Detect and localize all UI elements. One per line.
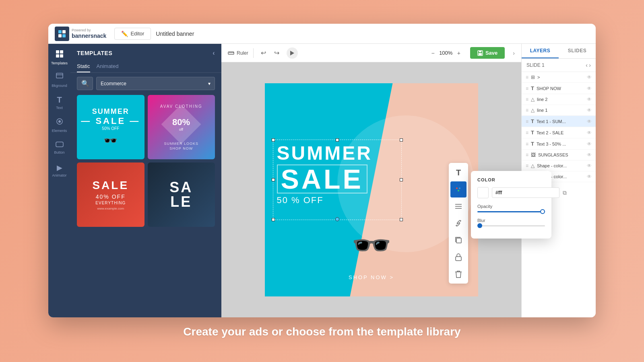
link-tool-button[interactable] — [450, 215, 466, 231]
bannersnack-brand: bannersnack — [72, 33, 106, 39]
eye-icon[interactable]: 👁 — [587, 163, 592, 169]
template-card-4[interactable]: SALE — [148, 162, 215, 227]
lock-tool-button[interactable] — [450, 249, 466, 265]
zoom-in-button[interactable]: + — [457, 50, 460, 56]
save-button[interactable]: Save — [470, 47, 505, 59]
banner-shop-now-text[interactable]: SHOP NOW > — [349, 274, 394, 280]
sidebar-item-templates[interactable]: Templates — [50, 47, 69, 68]
blur-slider-thumb[interactable] — [477, 223, 482, 228]
blur-slider-track[interactable] — [477, 225, 545, 226]
eye-icon[interactable]: 👁 — [587, 130, 592, 136]
layer-item[interactable]: ≡ △ line 2 👁 — [522, 94, 596, 105]
svg-rect-8 — [56, 73, 63, 78]
banner-canvas[interactable]: SUMMER SALE 50 % OFF 🕶️ SHOP NOW > — [265, 83, 478, 296]
banner-title-input[interactable] — [156, 31, 226, 37]
eye-icon[interactable]: 👁 — [587, 141, 592, 147]
sidebar-item-button[interactable]: Button — [50, 137, 69, 158]
tmpl1-sunglasses: 🕶️ — [103, 134, 118, 147]
copy-tool-button[interactable] — [450, 232, 466, 248]
templates-icon — [56, 50, 64, 60]
sidebar-item-text[interactable]: T Text — [50, 92, 69, 113]
layer-item[interactable]: ≡ T Text 3 - 50% ... 👁 — [522, 138, 596, 150]
sidebar-item-background[interactable]: Bkground — [50, 70, 69, 90]
text-layer-icon: T — [531, 130, 534, 136]
banner-text-area[interactable]: SUMMER SALE 50 % OFF — [277, 144, 372, 206]
undo-redo-group: ↩ ↪ — [258, 47, 282, 58]
layer-item[interactable]: ≡ T Text 2 - SALE 👁 — [522, 127, 596, 138]
save-icon — [477, 50, 483, 56]
ruler-button[interactable]: Ruler — [228, 50, 248, 56]
opacity-slider-track[interactable] — [477, 211, 545, 212]
eye-icon[interactable]: 👁 — [587, 74, 592, 80]
template-card-1[interactable]: SUMMER — SALE — 50% OFF 🕶️ — [77, 95, 144, 159]
color-tool-button[interactable] — [450, 181, 466, 197]
slide-prev-button[interactable]: ‹ — [586, 62, 588, 68]
eye-icon[interactable]: 👁 — [587, 152, 592, 158]
zoom-controls: − 100% + — [431, 50, 460, 56]
svg-point-23 — [456, 187, 458, 189]
eye-icon[interactable]: 👁 — [587, 119, 592, 124]
eye-icon[interactable]: 👁 — [587, 107, 592, 113]
svg-rect-0 — [58, 30, 62, 33]
zoom-out-button[interactable]: − — [431, 50, 435, 56]
opacity-slider-container: Opacity — [477, 204, 545, 212]
drag-icon: ≡ — [526, 74, 528, 80]
blur-slider-container: Blur — [477, 218, 545, 226]
layer-item[interactable]: ≡ ⊞ > 👁 — [522, 72, 596, 83]
eye-icon[interactable]: 👁 — [587, 174, 592, 179]
svg-point-22 — [455, 186, 462, 193]
color-hex-input[interactable] — [492, 187, 559, 198]
eye-icon[interactable]: 👁 — [587, 86, 592, 91]
play-icon — [290, 51, 294, 56]
tab-layers[interactable]: LAYERS — [522, 44, 559, 58]
color-swatch[interactable] — [477, 187, 489, 198]
panel-title: TEMPLATES — [77, 50, 112, 56]
play-button[interactable] — [287, 47, 298, 59]
template-card-3[interactable]: SALE 40% OFF EVERYTHING www.example.com — [77, 162, 144, 227]
background-icon — [56, 72, 64, 82]
category-dropdown[interactable]: Ecommerce ▾ — [96, 77, 215, 90]
layer-item[interactable]: ≡ △ line 1 👁 — [522, 105, 596, 116]
editor-tab[interactable]: ✏️ Editor — [114, 28, 151, 40]
svg-rect-20 — [479, 53, 482, 55]
text-tool-button[interactable]: T — [450, 165, 466, 181]
banner-summer-text[interactable]: SUMMER — [277, 144, 372, 163]
template-card-2[interactable]: AVAV CLOTHING 80% off SUMMER LOOKS SHOP … — [148, 95, 215, 159]
delete-tool-button[interactable] — [450, 266, 466, 282]
search-box[interactable]: 🔍 — [77, 77, 93, 90]
shape-layer-icon: △ — [531, 97, 535, 102]
chevron-down-icon: ▾ — [208, 81, 211, 86]
undo-button[interactable]: ↩ — [258, 47, 268, 58]
icon-sidebar: Templates Bkground T Text — [48, 44, 70, 317]
layer-item[interactable]: ≡ 🖼 SUNGLASSES 👁 — [522, 150, 596, 160]
layer-name: Shape - color... — [537, 163, 584, 168]
opacity-slider-thumb[interactable] — [540, 209, 545, 214]
layer-item-selected[interactable]: ≡ T Text 1 - SUM... 👁 — [522, 116, 596, 127]
banner-sale-text[interactable]: SALE — [277, 165, 367, 193]
blur-label: Blur — [477, 218, 545, 223]
templates-grid: SUMMER — SALE — 50% OFF 🕶️ AVAV CLOTHING — [70, 95, 221, 227]
banner-percent-text[interactable]: 50 % OFF — [277, 195, 372, 206]
search-filter-row: 🔍 Ecommerce ▾ — [70, 77, 221, 90]
tab-animated[interactable]: Animated — [97, 61, 119, 72]
logo-text-area: Powered by bannersnack — [72, 28, 106, 39]
redo-button[interactable]: ↪ — [272, 47, 282, 58]
sidebar-item-animator[interactable]: ▶ Animator — [50, 160, 69, 181]
layer-item[interactable]: ≡ T SHOP NOW 👁 — [522, 83, 596, 94]
tab-slides[interactable]: SLIDES — [559, 44, 596, 58]
search-icon: 🔍 — [81, 80, 89, 87]
layers-tool-button[interactable] — [450, 198, 466, 214]
eye-icon[interactable]: 👁 — [587, 97, 592, 102]
canvas-area[interactable]: SUMMER SALE 50 % OFF 🕶️ SHOP NOW > — [221, 62, 521, 317]
sidebar-item-elements[interactable]: Elements — [50, 115, 69, 136]
save-label: Save — [485, 50, 497, 56]
slide-next-button[interactable]: › — [589, 62, 591, 68]
tmpl3-url: www.example.com — [92, 207, 129, 210]
tmpl2-diamond: 80% off — [161, 104, 201, 144]
panel-collapse-btn[interactable]: ‹ — [213, 49, 215, 57]
layer-item[interactable]: ≡ △ Shape - color... 👁 — [522, 160, 596, 171]
tab-static[interactable]: Static — [77, 61, 90, 72]
expand-button[interactable]: › — [513, 50, 515, 56]
color-copy-button[interactable]: ⧉ — [563, 189, 567, 196]
tmpl3-sale: SALE — [92, 179, 129, 192]
